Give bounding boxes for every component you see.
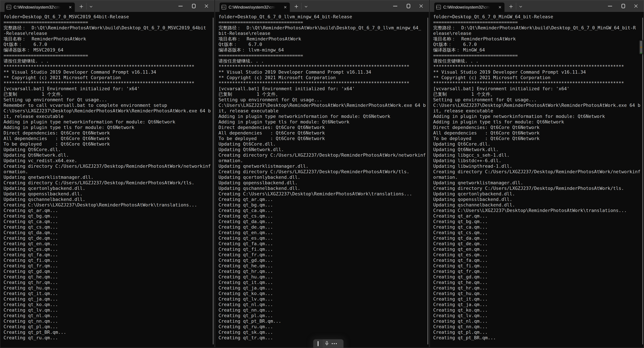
console-line: Creating qt_ja.qm...	[433, 302, 644, 307]
scrollbar[interactable]	[212, 12, 214, 347]
console-line: 项目名称： ReminderPhotosAtWork	[218, 36, 429, 42]
console-line: Setting up environment for Qt usage...	[218, 97, 429, 102]
console-line: ormation.	[218, 158, 429, 163]
tab-bar[interactable]: C:\_ C:\Windows\system32\cmd.e	[430, 0, 644, 12]
console-line: Creating qt_lv.qm...	[4, 307, 214, 313]
console-line: Updating qopensslbackend.dll.	[4, 191, 214, 196]
console-line: All dependencies : Qt6Core Qt6Network	[218, 130, 429, 136]
console-line: Creating qt_lv.qm...	[433, 313, 644, 318]
scrollbar[interactable]	[642, 12, 644, 347]
tab-close-icon[interactable]	[498, 5, 502, 10]
console-line: 编译器版本： MinGW_64	[433, 47, 644, 53]
console-line: Creating qt_ca.qm...	[433, 224, 644, 230]
console-line: Creating directory C:/Users/LXGZJ237/Des…	[218, 169, 429, 174]
tab-dropdown-button[interactable]	[303, 3, 310, 10]
console-line: ****************************************…	[4, 80, 214, 86]
console-line: Creating qt_he.qm...	[4, 274, 214, 280]
tab-cmd[interactable]: C:\_ C:\Windows\system32\cmd.e	[434, 2, 504, 12]
scrollbar-mark	[640, 53, 642, 53]
scrollbar-thumb[interactable]	[213, 18, 214, 344]
console-line: Updating qschannelbackend.dll.	[218, 186, 429, 191]
tab-cmd[interactable]: C:\_ C:\Windows\system32\cmd.e	[4, 2, 75, 12]
voice-typing-widget[interactable]	[313, 339, 344, 348]
minimize-button[interactable]	[175, 0, 186, 12]
new-tab-button[interactable]	[507, 3, 515, 10]
console-line: Creating qt_bg.qm...	[4, 213, 214, 219]
tab-bar[interactable]: C:\_ C:\Windows\system32\cmd.e	[0, 0, 214, 12]
maximize-button[interactable]	[188, 0, 199, 12]
console-line: 请按任意键继续. . .	[4, 58, 214, 64]
tab-close-icon[interactable]	[283, 5, 288, 10]
console-line: Creating directory C:/Users/LXGZJ237/Des…	[4, 163, 214, 169]
console-line: Setting up environment for Qt usage...	[433, 97, 644, 102]
console-line: Qt版本： 6.7.0	[433, 42, 644, 47]
tab-bar[interactable]: C:\_ C:\Windows\system32\cmd.e	[215, 0, 429, 12]
console-line: To be deployed : Qt6Core Qt6Network	[218, 136, 429, 141]
new-tab-button[interactable]	[78, 3, 85, 10]
console-line: Creating directory C:/Users/LXGZJ237/Des…	[433, 169, 644, 174]
scrollbar-mark	[640, 49, 642, 49]
console-line: Setting up environment for Qt usage...	[4, 97, 214, 102]
maximize-button[interactable]	[618, 0, 629, 12]
console-line: Adding in plugin type networkinformation…	[433, 114, 644, 119]
console-line: Updating Qt6Core.dll.	[433, 141, 644, 147]
console-line: Creating qt_ko.qm...	[433, 307, 644, 313]
console-line: 完整路径： D:\Qt\ReminderPhotosAtWork\build\D…	[433, 25, 644, 30]
minimize-button[interactable]	[390, 0, 401, 12]
scrollbar[interactable]	[427, 12, 429, 347]
minimize-icon	[393, 6, 397, 6]
microphone-icon[interactable]	[323, 339, 331, 348]
console-line: ** Visual Studio 2019 Developer Command …	[218, 69, 429, 75]
console-line: Creating qt_gd.qm...	[433, 274, 644, 280]
tab-cmd[interactable]: C:\_ C:\Windows\system32\cmd.e	[220, 2, 290, 12]
close-button[interactable]	[630, 0, 642, 12]
console-line: Creating qt_ru.qm...	[218, 324, 429, 330]
close-button[interactable]	[416, 0, 427, 12]
console-line: Creating qt_it.qm...	[218, 280, 429, 285]
console-line: Updating vc_redist.x64.exe.	[4, 158, 214, 163]
tab-dropdown-button[interactable]	[88, 3, 94, 10]
console-line: Updating libgcc_s_seh-1.dll.	[433, 152, 644, 158]
close-icon	[419, 4, 423, 8]
scrollbar-mark	[640, 45, 642, 46]
maximize-icon	[622, 4, 625, 8]
console-line: it, release executable	[433, 108, 644, 114]
console-line: elease\release	[433, 30, 644, 36]
console-line: Creating C:\Users\LXGZJ237\Desktop\Remin…	[218, 191, 429, 196]
console-line: Updating Qt6Network.dll.	[433, 147, 644, 152]
tab-bar-separator	[516, 3, 516, 10]
new-tab-button[interactable]	[293, 3, 300, 10]
console-line: Creating qt_hu.qm...	[4, 285, 214, 291]
scrollbar-mark	[640, 44, 642, 45]
console-line: Updating qnetworklistmanager.dll.	[4, 174, 214, 180]
console-line: Creating qt_bg.qm...	[218, 202, 429, 208]
console-line: Creating qt_pl.qm...	[4, 324, 214, 330]
maximize-button[interactable]	[403, 0, 414, 12]
scrollbar-mark	[640, 46, 642, 46]
minimize-button[interactable]	[604, 0, 616, 12]
console-line: Adding in plugin type networkinformation…	[4, 119, 214, 124]
console-line: Creating qt_da.qm...	[4, 230, 214, 235]
console-line: Creating qt_he.qm...	[433, 280, 644, 285]
scrollbar-mark	[640, 43, 642, 43]
console-line: Creating qt_gd.qm...	[218, 258, 429, 263]
console-line: Adding in plugin type tls for module: Qt…	[4, 124, 214, 130]
scrollbar-thumb[interactable]	[428, 18, 428, 344]
more-options-icon[interactable]	[332, 343, 337, 344]
console-line: Creating qt_da.qm...	[218, 219, 429, 224]
console-line: All dependencies : Qt6Core Qt6Network	[4, 136, 214, 141]
console-line: Creating qt_cs.qm...	[433, 230, 644, 235]
scrollbar-mark	[640, 44, 642, 44]
tab-close-icon[interactable]	[68, 5, 73, 10]
console-line: Creating qt_fa.qm...	[218, 241, 429, 246]
maximize-icon	[192, 4, 196, 8]
console-line: Creating qt_nl.qm...	[4, 313, 214, 318]
close-button[interactable]	[201, 0, 212, 12]
tab-dropdown-button[interactable]	[518, 3, 524, 10]
scrollbar-thumb[interactable]	[642, 18, 643, 344]
close-icon	[634, 4, 638, 8]
console-line: Updating libwinpthread-1.dll.	[433, 163, 644, 169]
console-line: Creating qt_de.qm...	[433, 241, 644, 246]
console-line: Creating qt_de.qm...	[4, 235, 214, 241]
console-line: Creating qt_nn.qm...	[4, 318, 214, 324]
